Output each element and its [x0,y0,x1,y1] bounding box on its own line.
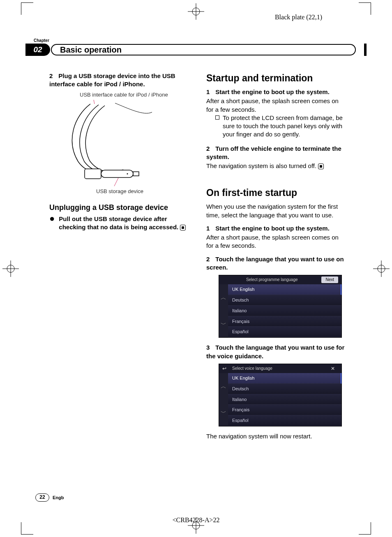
step-text: Start the engine to boot up the system. [215,225,330,232]
screen-title: Select voice language [230,366,331,371]
step-heading: 2Touch the language that you want to use… [206,255,347,272]
svg-point-15 [127,173,128,175]
body-text: The navigation system is also turned off… [206,162,347,170]
crop-mark [21,2,33,15]
section-end-icon [180,225,186,230]
scroll-arrows[interactable]: ︿ ﹀ [219,284,228,337]
svg-line-16 [94,100,95,104]
document-code: <CRB4228-A>22 [173,516,220,524]
language-screen-2: ↩ Select voice language ✕ ︿ ﹀ UK English… [219,364,342,426]
crop-mark [359,2,371,15]
note-item: To protect the LCD screen from damage, b… [215,114,347,139]
chapter-label: Chapter [34,38,49,43]
step-number: 3 [206,344,210,351]
registration-mark-icon [188,3,204,20]
step-number: 2 [206,145,210,152]
svg-rect-13 [101,170,133,177]
chevron-up-icon[interactable]: ︿ [221,383,226,390]
note-bullet-icon [215,115,219,120]
registration-mark-icon [2,260,19,277]
screen-title: Select programme language [222,277,321,283]
usb-cable-illustration [62,100,156,186]
chapter-title: Basic operation [51,44,356,55]
section-heading: On first-time startup [206,187,347,199]
language-option[interactable]: Deutsch [228,295,341,306]
step-text: Turn off the vehicle engine to terminate… [206,145,341,160]
step-heading: 1Start the engine to boot up the system. [206,224,347,233]
step-text: Plug a USB storage device into the USB i… [49,72,175,88]
step-heading: 1Start the engine to boot up the system. [206,88,347,96]
crop-mark [21,522,33,535]
back-icon[interactable]: ↩ [222,365,230,372]
step-heading: 3Touch the language that you want to use… [206,343,347,360]
crop-mark [359,522,371,535]
step-heading: 2Turn off the vehicle engine to terminat… [206,145,347,161]
body-text: When you use the navigation system for t… [206,203,347,219]
black-plate-label: Black plate (22,1) [275,14,322,21]
scroll-arrows[interactable]: ︿ ﹀ [219,373,228,426]
language-option[interactable]: Español [228,327,341,337]
svg-rect-12 [85,169,101,179]
language-option[interactable]: Español [228,415,341,426]
subsection-heading: Unplugging a USB storage device [49,203,190,212]
page-number: 22 [35,493,49,502]
chapter-number-tab: 02 [25,44,50,56]
language-abbrev: Engb [53,495,64,500]
language-option[interactable]: Deutsch [228,384,341,394]
step-text: Touch the language that you want to use … [206,344,344,359]
language-option[interactable]: Italiano [228,306,341,316]
figure-label-bottom: USB storage device [96,188,190,195]
tab-stripe [364,44,367,56]
body-text: The navigation system will now restart. [206,432,347,440]
step-number: 2 [49,72,53,79]
section-end-icon [318,164,324,169]
step-number: 1 [206,88,210,95]
note-text: To protect the LCD screen from damage, b… [223,114,347,139]
right-column: Startup and termination 1Start the engin… [206,72,347,440]
step-number: 1 [206,225,210,232]
section-heading: Startup and termination [206,72,347,85]
svg-line-17 [114,178,118,186]
language-option[interactable]: UK English [228,373,341,384]
left-column: 2Plug a USB storage device into the USB … [49,72,190,440]
language-option[interactable]: Français [228,405,341,415]
figure-label-top: USB interface cable for iPod / iPhone [80,91,190,99]
chevron-down-icon[interactable]: ﹀ [221,320,226,328]
language-list: UK English Deutsch Italiano Français Esp… [228,373,341,426]
body-text: After a short pause, the splash screen c… [206,97,347,114]
bullet-text: Pull out the USB storage device after ch… [59,215,178,230]
step-text: Start the engine to boot up the system. [215,88,330,95]
language-list: UK English Deutsch Italiano Français Esp… [228,284,341,337]
svg-rect-14 [133,172,139,176]
bullet-item: ● Pull out the USB storage device after … [49,215,190,232]
step-number: 2 [206,256,210,263]
language-option[interactable]: UK English [228,284,341,295]
step-text: Touch the language that you want to use … [206,256,344,271]
body-text: After a short pause, the splash screen c… [206,233,347,250]
next-button[interactable]: Next [321,277,338,283]
language-option[interactable]: Italiano [228,394,341,405]
chevron-down-icon[interactable]: ﹀ [221,409,226,417]
registration-mark-icon [373,260,390,277]
close-icon[interactable]: ✕ [331,365,338,372]
step-heading: 2Plug a USB storage device into the USB … [49,72,190,89]
language-screen-1: Select programme language Next ︿ ﹀ UK En… [219,275,342,338]
language-option[interactable]: Français [228,316,341,327]
chevron-up-icon[interactable]: ︿ [221,294,226,302]
bullet-icon: ● [49,215,55,222]
